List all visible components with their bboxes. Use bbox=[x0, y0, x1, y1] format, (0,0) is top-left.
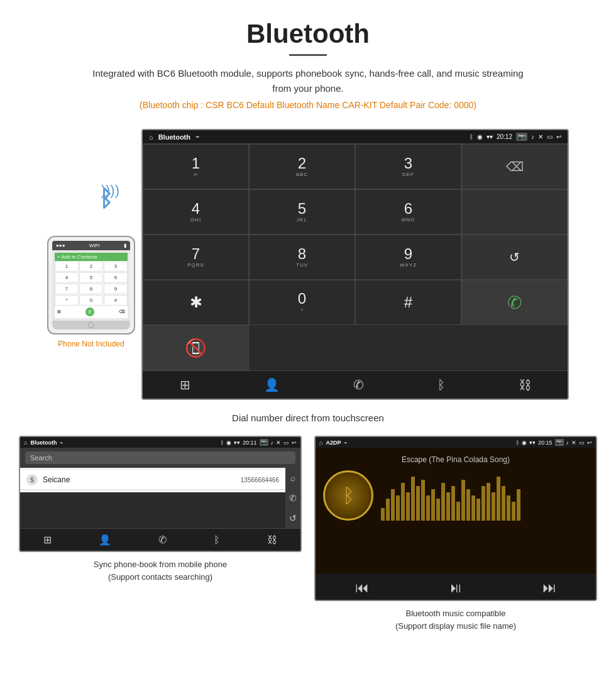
toolbar-phone-icon[interactable]: ✆ bbox=[353, 377, 364, 392]
dial-key-8[interactable]: 8TUV bbox=[249, 235, 355, 280]
dialer-keys-grid: 1∞ 2ABC 3DEF ⌫ 4GHI 5JKL 6MNO 7PQRS 8TUV… bbox=[143, 143, 568, 370]
music-prev-button[interactable]: ⏮ bbox=[355, 580, 369, 596]
pb-call-icon[interactable]: ✆ bbox=[289, 493, 297, 503]
pb-status-right: ᛒ ◉ ▾▾ 20:11 📷 ♪ ✕ ▭ ↩ bbox=[221, 439, 297, 446]
phone-battery-icon: ▮ bbox=[124, 243, 126, 248]
pb-toolbar-phone[interactable]: ✆ bbox=[158, 534, 167, 546]
phone-key-1: 1 bbox=[55, 261, 79, 272]
dial-end-button[interactable]: 📵 bbox=[143, 325, 249, 370]
pb-search-icon[interactable]: ⌕ bbox=[290, 473, 295, 483]
music-playpause-button[interactable]: ⏯ bbox=[449, 580, 463, 596]
mus-bt-icon: ᛒ bbox=[516, 440, 519, 446]
phonebook-list: S Seicane 13566664466 bbox=[20, 468, 285, 492]
phonebook-search-input[interactable]: Search bbox=[25, 451, 295, 464]
phonebook-content: S Seicane 13566664466 ⌕ ✆ ↺ bbox=[20, 468, 300, 528]
music-bt-icon: ᛒ bbox=[343, 484, 355, 507]
toolbar-link-icon[interactable]: ⛓ bbox=[519, 378, 531, 392]
phone-mockup: ●●● WIFI ▮ + Add to Contacts 1 2 3 4 5 6 bbox=[47, 236, 135, 335]
phone-del-icon: ⌫ bbox=[119, 309, 125, 314]
dial-key-4[interactable]: 4GHI bbox=[143, 189, 249, 235]
main-content: )))) ᛒ ●●● WIFI ▮ + Add to Contacts 1 2 bbox=[0, 129, 616, 632]
wifi-status-icon: ▾▾ bbox=[487, 133, 493, 140]
visualizer-bar bbox=[512, 502, 515, 521]
visualizer-bar bbox=[431, 489, 435, 521]
dial-backspace-key[interactable]: ⌫ bbox=[461, 144, 568, 189]
visualizer-bar bbox=[416, 486, 420, 521]
phone-key-0: 0 bbox=[79, 295, 103, 306]
phone-illustration: )))) ᛒ ●●● WIFI ▮ + Add to Contacts 1 2 bbox=[47, 179, 135, 348]
dial-key-1[interactable]: 1∞ bbox=[143, 144, 249, 189]
mus-close-icon: ✕ bbox=[571, 440, 576, 446]
visualizer-bar bbox=[471, 495, 475, 521]
dial-key-6[interactable]: 6MNO bbox=[355, 189, 461, 235]
phone-network: WIFI bbox=[89, 243, 100, 248]
add-contacts-label: + Add to Contacts bbox=[57, 254, 97, 260]
dial-key-7[interactable]: 7PQRS bbox=[143, 235, 249, 280]
mus-status-right: ᛒ ◉ ▾▾ 20:15 📷 ♪ ✕ ▭ ↩ bbox=[516, 439, 592, 446]
status-left: ⌂ Bluetooth ⌁ bbox=[149, 133, 200, 141]
visualizer-bar bbox=[411, 477, 415, 521]
toolbar-keypad-icon[interactable]: ⊞ bbox=[180, 377, 190, 392]
pb-toolbar-link[interactable]: ⛓ bbox=[267, 534, 277, 546]
dial-key-star[interactable]: ✱ bbox=[143, 280, 249, 325]
phonebook-caption-line2: (Support contacts searching) bbox=[108, 572, 212, 582]
music-screen: ⌂ A2DP ⌁ ᛒ ◉ ▾▾ 20:15 📷 ♪ ✕ ▭ ↩ bbox=[314, 436, 597, 601]
dial-key-3[interactable]: 3DEF bbox=[355, 144, 461, 189]
visualizer-bar bbox=[487, 483, 490, 521]
visualizer-bar bbox=[507, 495, 510, 521]
phone-cam-icon: ⊞ bbox=[57, 309, 61, 314]
dial-reload-key[interactable]: ↺ bbox=[461, 235, 568, 280]
visualizer-bar bbox=[497, 477, 500, 521]
phonebook-toolbar: ⊞ 👤 ✆ ᛒ ⛓ bbox=[20, 528, 300, 551]
pb-toolbar-bt[interactable]: ᛒ bbox=[214, 534, 220, 546]
dialer-section: )))) ᛒ ●●● WIFI ▮ + Add to Contacts 1 2 bbox=[47, 129, 569, 400]
pb-app-name: Bluetooth bbox=[30, 440, 57, 446]
pb-refresh-icon[interactable]: ↺ bbox=[289, 513, 297, 523]
music-content: Escape (The Pina Colada Song) ᛒ bbox=[316, 448, 596, 573]
dial-key-9[interactable]: 9WXYZ bbox=[355, 235, 461, 280]
phone-key-8: 8 bbox=[79, 284, 103, 294]
bottom-panels: ⌂ Bluetooth ⌁ ᛒ ◉ ▾▾ 20:11 📷 ♪ ✕ ▭ ↩ bbox=[13, 436, 603, 632]
phone-top-bar: ●●● WIFI ▮ bbox=[52, 241, 130, 250]
phone-keypad: 1 2 3 4 5 6 7 8 9 * 0 # bbox=[55, 261, 128, 306]
phone-key-2: 2 bbox=[79, 261, 103, 272]
visualizer-bar bbox=[446, 492, 450, 521]
music-visualizer bbox=[381, 470, 588, 521]
contact-entry[interactable]: S Seicane 13566664466 bbox=[20, 470, 285, 490]
dial-key-2[interactable]: 2ABC bbox=[249, 144, 355, 189]
dial-key-0[interactable]: 0⁺ bbox=[249, 280, 355, 325]
contact-phone: 13566664466 bbox=[241, 477, 279, 484]
visualizer-bar bbox=[492, 492, 495, 521]
home-icon: ⌂ bbox=[149, 133, 153, 141]
pb-status-left: ⌂ Bluetooth ⌁ bbox=[24, 440, 63, 446]
music-next-button[interactable]: ⏭ bbox=[542, 580, 556, 596]
mus-usb-icon: ⌁ bbox=[344, 440, 347, 446]
visualizer-bar bbox=[426, 495, 430, 521]
visualizer-bar bbox=[421, 480, 425, 521]
phonebook-panel: ⌂ Bluetooth ⌁ ᛒ ◉ ▾▾ 20:11 📷 ♪ ✕ ▭ ↩ bbox=[19, 436, 302, 632]
pb-toolbar-keypad[interactable]: ⊞ bbox=[43, 534, 52, 546]
phone-home-button bbox=[52, 321, 130, 329]
music-art-area: ᛒ bbox=[323, 470, 588, 521]
dial-key-hash[interactable]: # bbox=[355, 280, 461, 325]
pb-toolbar-person[interactable]: 👤 bbox=[99, 534, 111, 546]
dial-key-5[interactable]: 5JKL bbox=[249, 189, 355, 235]
page-specs: (Bluetooth chip : CSR BC6 Default Blueto… bbox=[13, 100, 603, 110]
phone-screen: + Add to Contacts 1 2 3 4 5 6 7 8 9 * 0 bbox=[52, 250, 130, 321]
mus-app-name: A2DP bbox=[326, 440, 341, 446]
android-dialer-screen: ⌂ Bluetooth ⌁ ᛒ ◉ ▾▾ 20:12 📷 ♪ ✕ ▭ ↩ bbox=[141, 129, 569, 400]
toolbar-bt-icon[interactable]: ᛒ bbox=[437, 378, 445, 392]
visualizer-bar bbox=[396, 495, 400, 521]
phonebook-caption-line1: Sync phone-book from mobile phone bbox=[94, 560, 227, 569]
page-description: Integrated with BC6 Bluetooth module, su… bbox=[88, 66, 528, 96]
dial-call-button[interactable]: ✆ bbox=[461, 280, 568, 325]
dial-empty-2 bbox=[461, 189, 568, 235]
music-caption-line2: (Support display music file name) bbox=[395, 621, 516, 631]
mus-status-left: ⌂ A2DP ⌁ bbox=[319, 440, 347, 446]
time-display: 20:12 bbox=[497, 133, 512, 140]
visualizer-bar bbox=[502, 486, 505, 521]
phone-key-star: * bbox=[55, 295, 79, 306]
toolbar-contacts-icon[interactable]: 👤 bbox=[264, 377, 280, 392]
visualizer-bar bbox=[476, 499, 480, 521]
mus-cam-icon: 📷 bbox=[555, 439, 564, 446]
